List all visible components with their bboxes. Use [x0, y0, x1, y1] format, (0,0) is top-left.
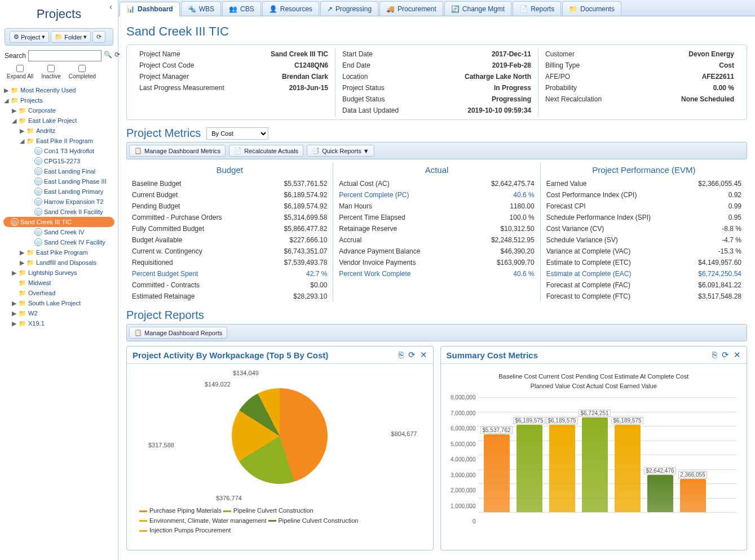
folder-icon: 📁 [19, 289, 27, 297]
tree-x19[interactable]: ▶📁X19.1 [3, 318, 114, 328]
tree-project-item[interactable]: ◎East Landing Phase III [3, 176, 114, 186]
refresh-button[interactable]: ⟳ [92, 31, 105, 43]
folder-icon: 📁 [19, 319, 27, 327]
pie-label: $149,022 [205, 381, 231, 388]
info-row: Start Date2017-Dec-11 [342, 48, 531, 60]
tree-eastlake[interactable]: ◢📁East Lake Project [3, 115, 114, 126]
close-icon[interactable]: ✕ [420, 350, 427, 360]
export-icon[interactable]: ⎘ [399, 350, 404, 360]
bar: $6,724,251 [582, 417, 608, 512]
info-row: Project Cost CodeC1248QN6 [139, 60, 328, 71]
bar: 2,366,055 [680, 479, 706, 512]
folder-icon: 📁 [11, 96, 19, 104]
tab-wbs[interactable]: 🔩WBS [181, 1, 221, 16]
tree-project-item[interactable]: ◎Sand Creek II Facility [3, 207, 114, 217]
tab-icon: 👤 [269, 5, 277, 13]
info-row: Project ManagerBrendan Clark [139, 71, 328, 82]
metric-row: Forecast to Complete (FTC)$3,517,548.28 [546, 291, 741, 302]
refresh-icon[interactable]: ⟳ [722, 350, 729, 360]
tree-w2[interactable]: ▶📁W2 [3, 308, 114, 318]
tabs: 📊Dashboard🔩WBS👥CBS👤Resources↗Progressing… [118, 0, 755, 16]
refresh-icon: ⟳ [96, 33, 101, 41]
action-button[interactable]: 📄Recalculate Actuals [229, 145, 303, 157]
sidebar-collapse-icon[interactable]: ‹ [109, 2, 112, 11]
pie-label: $376,774 [216, 495, 242, 501]
close-icon[interactable]: ✕ [734, 350, 741, 360]
completed-checkbox[interactable] [78, 65, 86, 72]
folder-dropdown-button[interactable]: 📁 Folder▾ [51, 31, 91, 43]
project-dropdown-button[interactable]: ⚙ Project▾ [10, 31, 49, 43]
evm-heading: Project Performance (EVM) [546, 163, 741, 178]
tree-project-item[interactable]: ◎Sand Creek IV Facility [3, 237, 114, 247]
tree-projects[interactable]: ◢📁Projects [3, 95, 114, 105]
tree-project-item[interactable]: ◎CPG15-2273 [3, 156, 114, 166]
bar: $5,537,762 [484, 434, 510, 512]
tab-cbs[interactable]: 👥CBS [222, 1, 261, 16]
info-row: Budget StatusProgressing [342, 94, 531, 105]
folder-icon: 📁 [19, 299, 27, 307]
tree-project-item[interactable]: ◎East Landing Primary [3, 186, 114, 197]
metric-row: Schedule Variance (SV)-4.7 % [546, 234, 741, 246]
metric-row: Estimated Retainage$28,293.10 [132, 291, 327, 302]
tab-procurement[interactable]: 🚚Procurement [379, 1, 443, 16]
tree-project-item[interactable]: ◎Sand Creek III TIC [3, 217, 114, 227]
export-icon[interactable]: ⎘ [712, 350, 717, 360]
y-tick: 3,000,000 [445, 472, 476, 478]
project-icon: ◎ [34, 238, 42, 246]
project-icon: ◎ [34, 177, 42, 185]
folder-icon: 📁 [27, 137, 34, 145]
folder-icon: 📁 [19, 106, 27, 114]
tree-mru[interactable]: ▶📁Most Recently Used [3, 85, 114, 95]
tree-southlake[interactable]: ▶📁South Lake Project [3, 298, 114, 308]
y-tick: 8,000,000 [445, 394, 476, 401]
pie-legend: Purchase Piping Materials Pipeline Culve… [131, 504, 429, 538]
folder-icon: 📁 [27, 248, 34, 256]
metric-row: Actual Cost (AC)$2,642,475.74 [339, 178, 534, 189]
pie-label: $134,049 [233, 370, 259, 376]
tree-project-item[interactable]: ◎Harrow Expansion T2 [3, 197, 114, 207]
manage-dashboard-reports-button[interactable]: 📋Manage Dashboard Reports [129, 327, 227, 339]
action-button[interactable]: 📋Manage Dashboard Metrics [129, 145, 226, 157]
tree-landfill[interactable]: ▶📁Landfill and Disposals [3, 257, 114, 268]
action-icon: 📑 [312, 147, 320, 154]
metric-row: Estimate at Complete (EAC)$6,724,250.54 [546, 268, 741, 279]
inactive-checkbox[interactable] [47, 65, 55, 72]
tree-project-item[interactable]: ◎East Landing Final [3, 166, 114, 176]
tab-change-mgmt[interactable]: 🔄Change Mgmt [444, 1, 511, 16]
metrics-bycost-select[interactable]: By Cost [206, 127, 268, 140]
project-info-panel: Project NameSand Creek III TICProject Co… [126, 45, 747, 120]
metric-row: Committed - Contracts$0.00 [132, 279, 327, 291]
tree-epike[interactable]: ▶📁East Pike Program [3, 247, 114, 257]
project-reports-title: Project Reports [126, 302, 747, 324]
tree-corporate[interactable]: ▶📁Corporate [3, 105, 114, 115]
tab-documents[interactable]: 📁Documents [562, 1, 621, 16]
action-icon: 📄 [234, 147, 242, 154]
tree-epike2[interactable]: ◢📁East Pike II Program [3, 136, 114, 146]
tab-reports[interactable]: 📄Reports [513, 1, 561, 16]
project-icon: ◎ [34, 208, 42, 216]
project-icon: ◎ [34, 167, 42, 175]
search-input[interactable] [28, 50, 101, 61]
refresh-icon[interactable]: ⟳ [408, 350, 416, 360]
pie-title: Project Activity By Workpackage (Top 5 B… [133, 350, 328, 360]
tab-icon: 🚚 [386, 5, 395, 13]
bar: $2,642,476 [647, 475, 673, 512]
tab-progressing[interactable]: ↗Progressing [320, 1, 378, 16]
bar-legend: Baseline Cost Current Cost Pending Cost … [445, 368, 743, 392]
actual-heading: Actual [339, 163, 534, 178]
action-button[interactable]: 📑Quick Reports ▼ [307, 145, 374, 157]
tree-lightship[interactable]: ▶📁Lightship Surveys [3, 268, 114, 278]
tree-andritz[interactable]: ▶📁Andritz [3, 126, 114, 136]
metric-row: Advance Payment Balance$46,390.20 [339, 246, 534, 257]
metric-row: Percent Work Complete40.6 % [339, 268, 534, 279]
sidebar: Projects ‹ ⚙ Project▾ 📁 Folder▾ ⟳ Search… [0, 0, 118, 560]
search-icon[interactable]: 🔍 [104, 51, 112, 61]
expand-all-checkbox[interactable] [16, 65, 24, 72]
tree-overhead[interactable]: 📁Overhead [3, 288, 114, 298]
tab-resources[interactable]: 👤Resources [262, 1, 319, 16]
tree-project-item[interactable]: ◎Sand Creek IV [3, 227, 114, 237]
tab-dashboard[interactable]: 📊Dashboard [120, 2, 180, 16]
tree-project-item[interactable]: ◎Con1 T3 Hydroflot [3, 146, 114, 156]
metric-row: Vendor Invoice Payments$163,909.70 [339, 257, 534, 268]
tree-midwest[interactable]: 📁Midwest [3, 278, 114, 288]
